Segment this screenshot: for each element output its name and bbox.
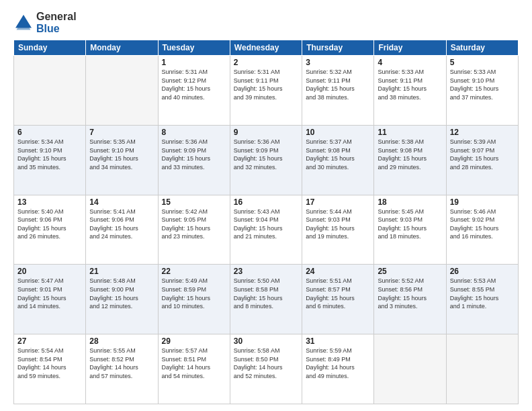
day-info: Sunrise: 5:49 AMSunset: 8:59 PMDaylight:… bbox=[162, 277, 226, 310]
calendar-cell: 16Sunrise: 5:43 AMSunset: 9:04 PMDayligh… bbox=[230, 195, 302, 265]
day-info: Sunrise: 5:39 AMSunset: 9:07 PMDaylight:… bbox=[450, 138, 515, 171]
day-info: Sunrise: 5:38 AMSunset: 9:08 PMDaylight:… bbox=[378, 138, 442, 171]
header: General Blue bbox=[13, 11, 519, 34]
day-number: 14 bbox=[89, 197, 154, 207]
day-info: Sunrise: 5:31 AMSunset: 9:11 PMDaylight:… bbox=[234, 68, 298, 101]
day-info: Sunrise: 5:57 AMSunset: 8:51 PMDaylight:… bbox=[162, 347, 226, 380]
calendar-cell: 17Sunrise: 5:44 AMSunset: 9:03 PMDayligh… bbox=[302, 195, 374, 265]
calendar-cell: 31Sunrise: 5:59 AMSunset: 8:49 PMDayligh… bbox=[302, 334, 374, 404]
day-info: Sunrise: 5:59 AMSunset: 8:49 PMDaylight:… bbox=[306, 347, 370, 380]
day-info: Sunrise: 5:58 AMSunset: 8:50 PMDaylight:… bbox=[234, 347, 298, 380]
calendar-cell: 13Sunrise: 5:40 AMSunset: 9:06 PMDayligh… bbox=[14, 195, 86, 265]
day-number: 25 bbox=[378, 267, 442, 276]
day-number: 4 bbox=[378, 58, 442, 67]
day-info: Sunrise: 5:48 AMSunset: 9:00 PMDaylight:… bbox=[89, 277, 154, 310]
day-number: 23 bbox=[234, 267, 298, 276]
day-info: Sunrise: 5:45 AMSunset: 9:03 PMDaylight:… bbox=[378, 208, 442, 241]
weekday-monday: Monday bbox=[86, 40, 158, 56]
weekday-sunday: Sunday bbox=[14, 40, 86, 56]
calendar-cell: 30Sunrise: 5:58 AMSunset: 8:50 PMDayligh… bbox=[230, 334, 302, 404]
calendar-cell: 21Sunrise: 5:48 AMSunset: 9:00 PMDayligh… bbox=[86, 265, 158, 334]
week-row-5: 27Sunrise: 5:54 AMSunset: 8:54 PMDayligh… bbox=[14, 334, 519, 404]
day-number: 28 bbox=[89, 336, 154, 346]
calendar-cell: 26Sunrise: 5:53 AMSunset: 8:55 PMDayligh… bbox=[446, 265, 518, 334]
calendar-cell: 5Sunrise: 5:33 AMSunset: 9:10 PMDaylight… bbox=[446, 56, 518, 126]
day-number: 29 bbox=[162, 336, 226, 346]
calendar-cell: 7Sunrise: 5:35 AMSunset: 9:10 PMDaylight… bbox=[86, 125, 158, 195]
calendar-cell bbox=[86, 56, 158, 126]
logo: General Blue bbox=[13, 11, 77, 34]
day-info: Sunrise: 5:53 AMSunset: 8:55 PMDaylight:… bbox=[450, 277, 515, 310]
page: General Blue SundayMondayTuesdayWednesda… bbox=[0, 0, 532, 411]
day-number: 24 bbox=[306, 267, 370, 276]
day-info: Sunrise: 5:34 AMSunset: 9:10 PMDaylight:… bbox=[17, 138, 82, 171]
calendar-cell: 25Sunrise: 5:52 AMSunset: 8:56 PMDayligh… bbox=[374, 265, 446, 334]
calendar-cell: 1Sunrise: 5:31 AMSunset: 9:12 PMDaylight… bbox=[158, 56, 230, 126]
day-number: 2 bbox=[234, 58, 298, 67]
day-info: Sunrise: 5:36 AMSunset: 9:09 PMDaylight:… bbox=[162, 138, 226, 171]
day-number: 3 bbox=[306, 58, 370, 67]
calendar-cell bbox=[374, 334, 446, 404]
logo-icon bbox=[13, 13, 34, 33]
day-info: Sunrise: 5:33 AMSunset: 9:11 PMDaylight:… bbox=[378, 68, 442, 101]
calendar-cell: 18Sunrise: 5:45 AMSunset: 9:03 PMDayligh… bbox=[374, 195, 446, 265]
day-info: Sunrise: 5:52 AMSunset: 8:56 PMDaylight:… bbox=[378, 277, 442, 310]
day-info: Sunrise: 5:36 AMSunset: 9:09 PMDaylight:… bbox=[234, 138, 298, 171]
week-row-1: 1Sunrise: 5:31 AMSunset: 9:12 PMDaylight… bbox=[14, 56, 519, 126]
day-info: Sunrise: 5:44 AMSunset: 9:03 PMDaylight:… bbox=[306, 208, 370, 241]
calendar-cell: 23Sunrise: 5:50 AMSunset: 8:58 PMDayligh… bbox=[230, 265, 302, 334]
day-info: Sunrise: 5:46 AMSunset: 9:02 PMDaylight:… bbox=[450, 208, 515, 241]
calendar-cell: 28Sunrise: 5:55 AMSunset: 8:52 PMDayligh… bbox=[86, 334, 158, 404]
day-number: 18 bbox=[378, 197, 442, 207]
day-info: Sunrise: 5:31 AMSunset: 9:12 PMDaylight:… bbox=[162, 68, 226, 101]
day-number: 21 bbox=[89, 267, 154, 276]
day-info: Sunrise: 5:32 AMSunset: 9:11 PMDaylight:… bbox=[306, 68, 370, 101]
calendar-cell: 9Sunrise: 5:36 AMSunset: 9:09 PMDaylight… bbox=[230, 125, 302, 195]
day-number: 8 bbox=[162, 128, 226, 137]
day-info: Sunrise: 5:51 AMSunset: 8:57 PMDaylight:… bbox=[306, 277, 370, 310]
calendar-cell: 10Sunrise: 5:37 AMSunset: 9:08 PMDayligh… bbox=[302, 125, 374, 195]
weekday-header-row: SundayMondayTuesdayWednesdayThursdayFrid… bbox=[14, 40, 519, 56]
calendar-cell: 22Sunrise: 5:49 AMSunset: 8:59 PMDayligh… bbox=[158, 265, 230, 334]
weekday-thursday: Thursday bbox=[302, 40, 374, 56]
calendar-cell: 8Sunrise: 5:36 AMSunset: 9:09 PMDaylight… bbox=[158, 125, 230, 195]
day-info: Sunrise: 5:54 AMSunset: 8:54 PMDaylight:… bbox=[17, 347, 82, 380]
day-info: Sunrise: 5:35 AMSunset: 9:10 PMDaylight:… bbox=[89, 138, 154, 171]
day-number: 6 bbox=[17, 128, 82, 137]
calendar-cell: 12Sunrise: 5:39 AMSunset: 9:07 PMDayligh… bbox=[446, 125, 518, 195]
day-number: 12 bbox=[450, 128, 515, 137]
day-number: 9 bbox=[234, 128, 298, 137]
calendar-cell: 14Sunrise: 5:41 AMSunset: 9:06 PMDayligh… bbox=[86, 195, 158, 265]
weekday-tuesday: Tuesday bbox=[158, 40, 230, 56]
weekday-wednesday: Wednesday bbox=[230, 40, 302, 56]
calendar-cell: 15Sunrise: 5:42 AMSunset: 9:05 PMDayligh… bbox=[158, 195, 230, 265]
day-info: Sunrise: 5:40 AMSunset: 9:06 PMDaylight:… bbox=[17, 208, 82, 241]
calendar-cell: 3Sunrise: 5:32 AMSunset: 9:11 PMDaylight… bbox=[302, 56, 374, 126]
calendar-cell: 19Sunrise: 5:46 AMSunset: 9:02 PMDayligh… bbox=[446, 195, 518, 265]
day-info: Sunrise: 5:43 AMSunset: 9:04 PMDaylight:… bbox=[234, 208, 298, 241]
day-info: Sunrise: 5:50 AMSunset: 8:58 PMDaylight:… bbox=[234, 277, 298, 310]
calendar-cell: 4Sunrise: 5:33 AMSunset: 9:11 PMDaylight… bbox=[374, 56, 446, 126]
day-number: 1 bbox=[162, 58, 226, 67]
calendar-cell bbox=[14, 56, 86, 126]
weekday-friday: Friday bbox=[374, 40, 446, 56]
calendar-cell: 20Sunrise: 5:47 AMSunset: 9:01 PMDayligh… bbox=[14, 265, 86, 334]
calendar-cell: 24Sunrise: 5:51 AMSunset: 8:57 PMDayligh… bbox=[302, 265, 374, 334]
day-number: 27 bbox=[17, 336, 82, 346]
day-number: 15 bbox=[162, 197, 226, 207]
calendar-cell: 6Sunrise: 5:34 AMSunset: 9:10 PMDaylight… bbox=[14, 125, 86, 195]
calendar-cell: 2Sunrise: 5:31 AMSunset: 9:11 PMDaylight… bbox=[230, 56, 302, 126]
day-number: 22 bbox=[162, 267, 226, 276]
day-number: 10 bbox=[306, 128, 370, 137]
day-number: 13 bbox=[17, 197, 82, 207]
weekday-saturday: Saturday bbox=[446, 40, 518, 56]
day-number: 5 bbox=[450, 58, 515, 67]
day-info: Sunrise: 5:42 AMSunset: 9:05 PMDaylight:… bbox=[162, 208, 226, 241]
week-row-3: 13Sunrise: 5:40 AMSunset: 9:06 PMDayligh… bbox=[14, 195, 519, 265]
logo-text: General Blue bbox=[36, 11, 77, 34]
day-number: 30 bbox=[234, 336, 298, 346]
calendar-cell: 27Sunrise: 5:54 AMSunset: 8:54 PMDayligh… bbox=[14, 334, 86, 404]
day-number: 31 bbox=[306, 336, 370, 346]
day-number: 11 bbox=[378, 128, 442, 137]
day-info: Sunrise: 5:41 AMSunset: 9:06 PMDaylight:… bbox=[89, 208, 154, 241]
